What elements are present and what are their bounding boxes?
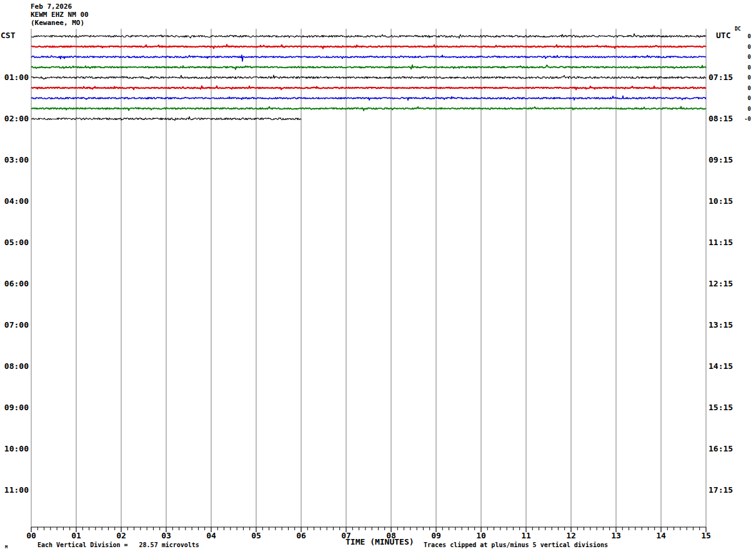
utc-hour-label: 10:15 (709, 196, 733, 206)
clip-note: Traces clipped at plus/minus 5 vertical … (424, 541, 608, 548)
cst-hour-label: 07:00 (0, 320, 29, 330)
utc-hour-label: 17:15 (709, 485, 733, 495)
utc-hour-label: 13:15 (709, 320, 733, 330)
x-tick-label: 14 (652, 531, 670, 540)
dc-value: 0 (732, 53, 751, 61)
x-tick-label: 10 (472, 531, 490, 540)
seismogram-trace (31, 44, 706, 48)
x-tick-label: 02 (112, 531, 131, 540)
seismogram-trace (31, 75, 706, 79)
utc-hour-label: 16:15 (709, 444, 733, 454)
dc-value: 0 (732, 84, 751, 92)
seismogram-trace (31, 65, 706, 69)
utc-hour-label: 07:15 (709, 73, 733, 83)
dc-value: 0 (732, 94, 751, 102)
cst-hour-label: 10:00 (0, 444, 29, 454)
helicorder-plot (0, 0, 756, 554)
utc-hour-label: 09:15 (709, 155, 733, 165)
right-axis-title: UTC (716, 31, 730, 40)
x-tick-label: 12 (562, 531, 580, 540)
seismogram-trace (31, 55, 706, 61)
x-tick-label: 06 (292, 531, 311, 540)
x-tick-label: 04 (202, 531, 221, 540)
utc-hour-label: 14:15 (709, 361, 733, 371)
x-tick-label: 13 (607, 531, 625, 540)
dc-value: 0 (732, 43, 751, 51)
corner-mark: M (5, 545, 7, 550)
utc-hour-label: 11:15 (709, 238, 733, 248)
utc-hour-label: 15:15 (709, 403, 733, 413)
cst-hour-label: 11:00 (0, 485, 29, 495)
dc-value: 0 (732, 74, 751, 81)
x-tick-label: 11 (517, 531, 535, 540)
x-axis-title: TIME (MINUTES) (346, 537, 414, 546)
x-tick-label: 15 (697, 531, 715, 540)
cst-hour-label: 06:00 (0, 279, 29, 289)
helicorder-screen: Feb 7,2026 KEWM EHZ NM 00 (Kewanee, MO) … (0, 0, 756, 554)
header-location: (Kewanee, MO) (31, 19, 84, 27)
dc-value: -0 (732, 115, 751, 123)
x-tick-label: 09 (427, 531, 445, 540)
cst-hour-label: 05:00 (0, 238, 29, 248)
cst-hour-label: 09:00 (0, 403, 29, 413)
x-tick-label: 00 (22, 531, 41, 540)
seismogram-trace (31, 34, 706, 39)
utc-hour-label: 08:15 (709, 114, 733, 124)
cst-hour-label: 04:00 (0, 196, 29, 206)
scale-note: Each Vertical Division = 28.57 microvolt… (37, 541, 199, 548)
dc-value: 0 (732, 105, 751, 113)
seismogram-trace (31, 96, 706, 100)
header-station: KEWM EHZ NM 00 (31, 11, 89, 19)
left-axis-title: CST (1, 31, 15, 40)
dc-value: 0 (732, 64, 751, 71)
x-tick-label: 01 (67, 531, 86, 540)
cst-hour-label: 08:00 (0, 361, 29, 371)
utc-hour-label: 12:15 (709, 279, 733, 289)
cst-hour-label: 03:00 (0, 155, 29, 165)
seismogram-trace (31, 106, 706, 111)
x-tick-label: 03 (157, 531, 176, 540)
cst-hour-label: 01:00 (0, 73, 29, 83)
dc-column-header: DC (735, 26, 741, 32)
header-date: Feb 7,2026 (31, 3, 72, 11)
cst-hour-label: 02:00 (0, 114, 29, 124)
seismogram-trace (31, 86, 706, 90)
x-tick-label: 05 (247, 531, 266, 540)
dc-value: 0 (732, 33, 751, 40)
